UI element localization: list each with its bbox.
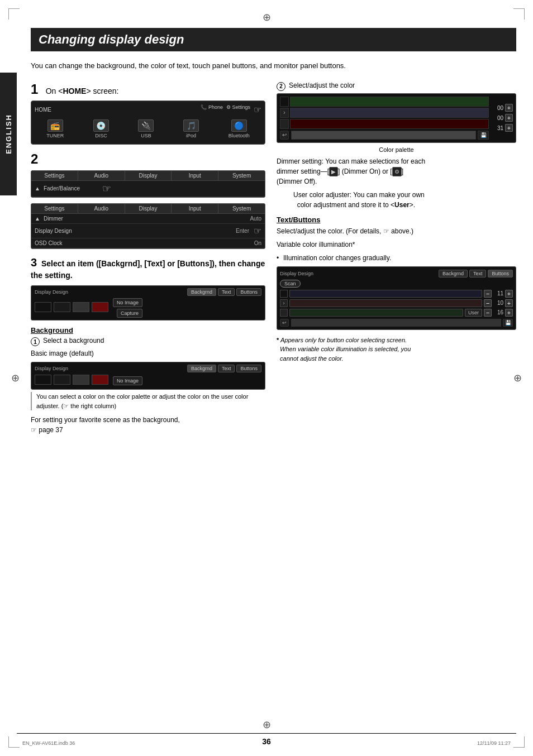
circle-2: 2 <box>277 82 285 91</box>
ba-label: Display Design <box>280 271 325 276</box>
menu-tabs-1: Settings Audio Display Input System <box>31 171 265 181</box>
scan-row: Scan <box>280 280 513 288</box>
ba-bottom-bar <box>291 319 501 327</box>
palette-row-3 <box>280 119 489 129</box>
tuner-icon-item: 📻 TUNER <box>46 119 64 138</box>
ba-plus-2[interactable]: + <box>505 299 513 307</box>
step-2-label: 2 <box>31 151 265 167</box>
step-3-text: 3 Select an item ([Backgrnd], [Text] or … <box>31 255 265 281</box>
background-header: Background <box>31 326 265 334</box>
dd-label-2: Display Design <box>35 366 79 371</box>
user-btn[interactable]: User <box>465 309 482 317</box>
illumination-bullet: Illumination color changes gradually. <box>277 253 516 263</box>
date-info: 12/11/09 11:27 <box>477 740 511 746</box>
plus-btn-3[interactable]: + <box>505 124 513 132</box>
no-image-btn-2[interactable]: No Image <box>113 376 142 385</box>
tab-input: Input <box>172 171 218 180</box>
ba-tab-buttons: Buttons <box>488 270 513 277</box>
page-title: Changing display design <box>31 28 516 51</box>
return-btn[interactable]: ↩ <box>280 131 289 140</box>
callout-color-palette: You can select a color on the color pale… <box>31 392 265 410</box>
swatch-black-2 <box>35 375 51 385</box>
dd-label: Display Design <box>35 289 79 295</box>
arrow-icon: ▲ <box>35 185 40 192</box>
ba-val-2: 10 <box>493 300 503 306</box>
ba-row-3: User − 16 + <box>280 309 513 317</box>
intro-text: You can change the background, the color… <box>31 60 516 71</box>
step-1-label: 1 On <HOME> screen: <box>31 82 265 97</box>
hand-pointer-2: ☞ <box>102 183 111 195</box>
dd-row-3: No Image <box>35 375 261 387</box>
ba-tabs: Backgrnd Text Buttons <box>439 270 513 277</box>
ba-bar-1 <box>289 290 482 298</box>
dd-tabs-2: Backgrnd Text Buttons <box>187 365 261 372</box>
two-column-layout: 1 On <HOME> screen: HOME 📞 Phone ⚙ Setti… <box>31 82 516 439</box>
tab-buttons-2: Buttons <box>236 365 261 372</box>
ba-swatch-3 <box>280 309 288 317</box>
tab-display: Display <box>125 171 172 180</box>
scan-btn[interactable]: Scan <box>280 280 301 288</box>
dd-side-buttons: No Image Capture <box>113 298 142 318</box>
adj-val-1: 00 <box>492 105 503 111</box>
ba-return-btn[interactable]: ↩ <box>280 319 289 327</box>
ba-save-icon[interactable]: 💾 <box>503 319 513 327</box>
ba-plus-1[interactable]: + <box>505 290 513 298</box>
home-screen-mockup: HOME 📞 Phone ⚙ Settings ☞ 📻 TUNER 💿 DISC <box>31 101 265 145</box>
menu-tabs-2: Settings Audio Display Input System <box>31 204 265 214</box>
palette-arrow: › <box>280 108 289 118</box>
swatches-row <box>35 302 108 312</box>
compass-left-icon: ⊕ <box>11 372 20 384</box>
btn-adj-screen: Display Design Backgrnd Text Buttons Sca… <box>277 266 516 330</box>
text-buttons-header: Text/Buttons <box>277 216 516 224</box>
basic-image-text: Basic image (default) <box>31 348 265 358</box>
plus-btn-1[interactable]: + <box>505 104 513 112</box>
display-design-screen-1: Display Design Backgrnd Text Buttons <box>31 285 265 320</box>
palette-cell-3b <box>290 119 489 129</box>
palette-cell-2 <box>290 108 489 118</box>
tab-system-2: System <box>218 204 265 213</box>
adj-val-2: 00 <box>492 115 503 121</box>
fader-balance-row: ▲ Fader/Balance ☞ <box>31 181 265 197</box>
ba-minus-2[interactable]: − <box>484 299 492 307</box>
palette-row-1 <box>280 97 489 107</box>
return-row: ↩ 💾 <box>280 131 489 140</box>
palette-main: › ↩ 💾 <box>280 97 513 140</box>
footnote-star: * <box>277 337 279 343</box>
adjuster-1: 00 + <box>492 104 513 112</box>
ba-minus-3[interactable]: − <box>484 309 492 317</box>
settings-label: ⚙ Settings <box>226 104 250 115</box>
ba-plus-3[interactable]: + <box>505 309 513 317</box>
ba-minus-1[interactable]: − <box>484 290 492 298</box>
ba-bar-3 <box>289 309 463 317</box>
swatches-row-2 <box>35 375 108 385</box>
corner-mark-tl <box>8 8 20 20</box>
footnote: * Appears only for button color selectin… <box>277 336 516 363</box>
home-label: HOME <box>35 107 51 113</box>
swatch-red <box>92 302 108 312</box>
adjuster-3: 31 + <box>492 124 513 132</box>
capture-btn[interactable]: Capture <box>117 309 142 318</box>
save-icon[interactable]: 💾 <box>478 131 489 140</box>
tab-display-2: Display <box>125 204 172 213</box>
plus-btn-2[interactable]: + <box>505 114 513 122</box>
tab-settings: Settings <box>31 171 78 180</box>
palette-cell-black <box>280 97 289 107</box>
tab-buttons: Buttons <box>236 288 261 296</box>
no-image-btn[interactable]: No Image <box>113 298 142 307</box>
variable-color-text: Variable color illumination* <box>277 240 516 250</box>
bluetooth-icon: 🔵 <box>231 119 247 132</box>
swatch-dark <box>54 302 70 312</box>
ba-return-row: ↩ 💾 <box>280 319 513 327</box>
swatch-gray <box>73 302 89 312</box>
tab-system: System <box>218 171 265 180</box>
ba-tab-text: Text <box>469 270 487 277</box>
palette-cell-dark <box>290 97 489 107</box>
ba-row-2: › − 10 + <box>280 299 513 307</box>
dimmer-on-icon: ▶ <box>329 167 338 176</box>
hand-pointer-3: ☞ <box>254 226 261 236</box>
ipod-icon-item: 🎵 iPod <box>183 119 199 138</box>
bottom-rule <box>17 733 516 734</box>
palette-caption: Color palette <box>277 146 516 153</box>
dd-row-2: No Image Capture <box>35 298 261 318</box>
display-design-screen-2: Display Design Backgrnd Text Buttons No <box>31 362 265 390</box>
